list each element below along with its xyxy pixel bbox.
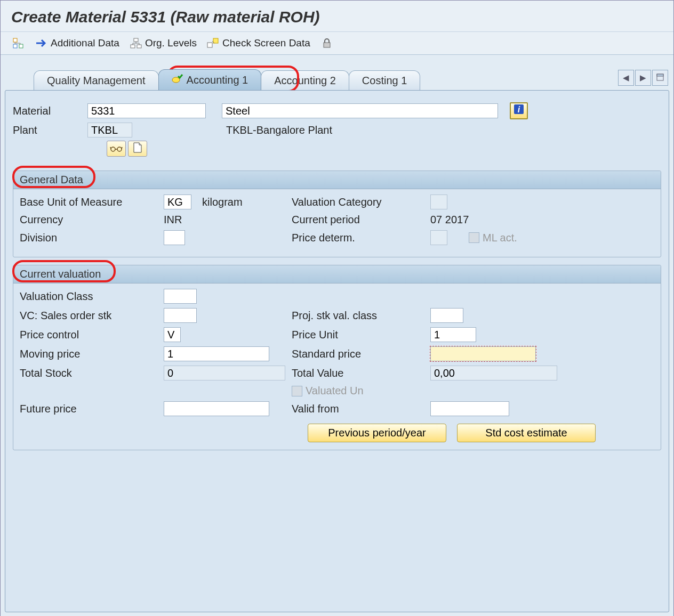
additional-data-button[interactable]: Additional Data — [35, 37, 119, 49]
group-title-valuation: Current valuation — [13, 265, 661, 283]
valuated-un-checkbox — [292, 386, 302, 396]
triangle-left-icon: ◀ — [623, 73, 629, 83]
svg-rect-0 — [13, 38, 17, 42]
check-screen-button[interactable]: Check Screen Data — [206, 37, 310, 49]
division-input[interactable] — [164, 230, 185, 245]
info-icon: i — [513, 104, 524, 118]
valid-from-input[interactable] — [430, 401, 509, 416]
buom-text: kilogram — [191, 196, 243, 208]
title-bar: Create Material 5331 (Raw material ROH) — [1, 1, 673, 32]
tab-panel-accounting-1: Material i Plant TKBL-Bangalore Plant — [5, 90, 669, 612]
info-button[interactable]: i — [510, 102, 528, 119]
std-price-label: Standard price — [292, 348, 430, 360]
division-label: Division — [20, 232, 164, 244]
material-desc-input[interactable] — [222, 103, 498, 118]
toolbar: Additional Data Org. Levels Check Screen… — [1, 32, 673, 55]
buom-label: Base Unit of Measure — [20, 196, 164, 208]
org-tree-icon — [129, 37, 143, 49]
glasses-icon — [110, 143, 123, 155]
arrow-right-icon — [35, 37, 49, 49]
valclass-input[interactable] — [164, 289, 197, 304]
pricedet-label: Price determ. — [292, 232, 430, 244]
tab-overview-button[interactable] — [652, 70, 668, 86]
plant-desc: TKBL-Bangalore Plant — [222, 124, 332, 136]
price-unit-input[interactable] — [430, 327, 476, 342]
curperiod-label: Current period — [292, 214, 430, 226]
valuated-un-label: Valuated Un — [302, 385, 364, 397]
total-value-input — [430, 366, 557, 380]
ml-act-label: ML act. — [483, 232, 517, 244]
tab-strip: Quality Management Accounting 1 Accounti… — [2, 68, 672, 90]
svg-rect-11 — [657, 74, 663, 76]
tab-label: Quality Management — [47, 75, 146, 87]
total-stock-input — [164, 366, 285, 380]
valcat-label: Valuation Category — [292, 196, 430, 208]
group-title-general: General Data — [13, 171, 661, 189]
previous-period-button[interactable]: Previous period/year — [308, 424, 446, 442]
tab-label: Accounting 1 — [187, 74, 248, 86]
total-stock-label: Total Stock — [20, 367, 164, 379]
valcat-input[interactable] — [430, 194, 447, 209]
lock-icon — [320, 37, 334, 49]
check-screen-label: Check Screen Data — [222, 37, 310, 49]
material-input[interactable] — [87, 103, 206, 118]
org-levels-label: Org. Levels — [145, 37, 197, 49]
valid-from-label: Valid from — [292, 403, 430, 415]
moving-price-label: Moving price — [20, 348, 164, 360]
group-current-valuation: Current valuation Valuation Class VC: Sa… — [13, 265, 661, 450]
tab-scroll-right-button[interactable]: ▶ — [635, 70, 651, 86]
std-cost-estimate-button[interactable]: Std cost estimate — [457, 424, 596, 442]
buom-input[interactable] — [164, 194, 191, 209]
plant-input — [87, 123, 132, 137]
proj-stk-input[interactable] — [430, 308, 463, 323]
svg-rect-6 — [207, 43, 212, 47]
future-price-label: Future price — [20, 403, 164, 415]
moving-price-input[interactable] — [164, 346, 269, 361]
svg-point-14 — [111, 147, 115, 151]
check-screen-icon — [206, 37, 220, 49]
ml-act-checkbox-group: ML act. — [469, 232, 517, 244]
svg-rect-1 — [13, 44, 17, 48]
lock-button[interactable] — [320, 37, 334, 49]
additional-data-label: Additional Data — [51, 37, 119, 49]
tab-accounting-2[interactable]: Accounting 2 — [261, 70, 349, 90]
svg-rect-3 — [134, 38, 138, 42]
currency-label: Currency — [20, 214, 164, 226]
price-ctrl-label: Price control — [20, 329, 164, 341]
tab-label: Costing 1 — [362, 75, 407, 87]
org-levels-button[interactable]: Org. Levels — [129, 37, 197, 49]
svg-rect-8 — [324, 43, 330, 47]
future-price-input[interactable] — [164, 401, 269, 416]
proj-stk-label: Proj. stk val. class — [292, 310, 430, 322]
svg-rect-5 — [137, 45, 141, 48]
ml-act-checkbox — [469, 232, 479, 243]
vc-sales-input[interactable] — [164, 308, 197, 323]
tab-nav-buttons: ◀ ▶ — [618, 70, 668, 86]
display-change-button[interactable] — [107, 141, 126, 157]
group-general-data: General Data Base Unit of Measure kilogr… — [13, 171, 661, 257]
currency-value: INR — [164, 214, 182, 226]
svg-point-15 — [117, 147, 122, 151]
tab-scroll-left-button[interactable]: ◀ — [618, 70, 634, 86]
triangle-right-icon: ▶ — [640, 73, 646, 83]
tab-accounting-1[interactable]: Accounting 1 — [158, 69, 262, 90]
toolbar-hierarchy-button[interactable] — [11, 37, 25, 49]
tab-list-icon — [656, 74, 664, 83]
create-new-button[interactable] — [128, 141, 147, 157]
plant-label: Plant — [13, 124, 87, 136]
tab-label: Accounting 2 — [274, 75, 336, 87]
price-ctrl-input[interactable] — [164, 327, 181, 342]
hierarchy-icon — [11, 37, 25, 49]
price-unit-label: Price Unit — [292, 329, 430, 341]
pricedet-input — [430, 230, 447, 245]
page-icon — [133, 142, 142, 156]
std-price-input[interactable] — [430, 346, 536, 361]
vc-sales-label: VC: Sales order stk — [20, 310, 164, 322]
svg-text:i: i — [518, 105, 520, 114]
tab-costing-1[interactable]: Costing 1 — [349, 70, 421, 90]
valclass-label: Valuation Class — [20, 290, 164, 303]
tab-quality-management[interactable]: Quality Management — [34, 70, 159, 90]
material-label: Material — [13, 105, 87, 117]
svg-rect-4 — [131, 45, 135, 48]
total-value-label: Total Value — [292, 367, 430, 379]
